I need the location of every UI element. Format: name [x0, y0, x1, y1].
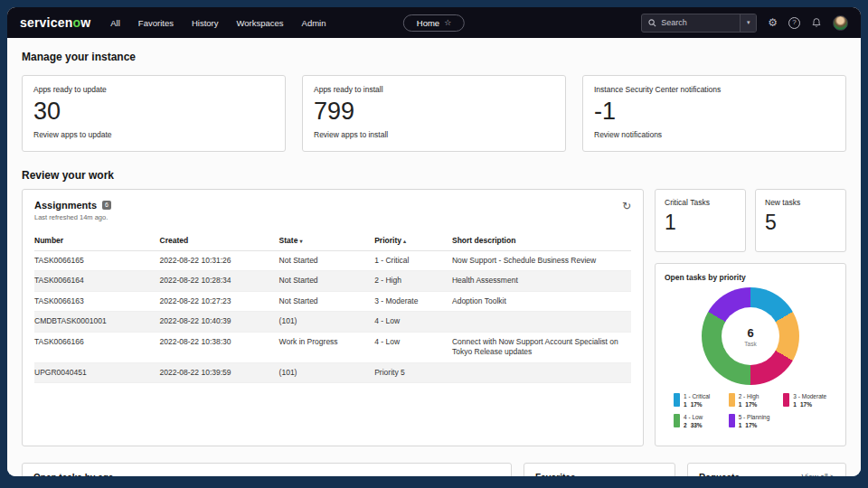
legend-item-critical[interactable]: 1 - Critical 117% — [674, 392, 725, 409]
legend-swatch — [674, 414, 680, 427]
sort-asc-icon: ▴ — [403, 239, 406, 244]
settings-gear-icon[interactable]: ⚙ — [768, 17, 778, 28]
refresh-icon[interactable]: ↻ — [622, 201, 631, 211]
legend-label: 4 - Low — [684, 413, 703, 421]
open-tasks-age-title: Open tasks by age — [33, 473, 500, 476]
legend-label: 1 - Critical — [684, 392, 710, 400]
legend-percent: 17% — [691, 401, 703, 408]
stat-card-apps-update: Apps ready to update 30 Review apps to u… — [22, 75, 286, 152]
requests-card: Requests View all > — [687, 463, 846, 476]
column-header-description[interactable]: Short description — [452, 230, 631, 251]
bottom-cards-row: Open tasks by age Favorites Requests Vie… — [22, 463, 846, 476]
stat-title: Apps ready to install — [314, 85, 554, 94]
favorites-title: Favorites — [535, 473, 664, 476]
state-cell: Not Started — [279, 291, 375, 311]
donut-center: 6 Task — [722, 307, 779, 365]
legend-item-high[interactable]: 2 - High 117% — [729, 392, 780, 409]
table-row: UPGR0040451 2022-08-22 10:39:59 (101) Pr… — [34, 362, 631, 382]
state-cell: (101) — [279, 312, 375, 332]
review-notifications-link[interactable]: Review notifications — [594, 130, 835, 139]
new-tasks-card[interactable]: New tasks 5 — [755, 189, 846, 252]
legend-item-planning[interactable]: 5 - Planning 117% — [729, 413, 780, 430]
nav-item-admin[interactable]: Admin — [302, 18, 326, 28]
servicenow-logo[interactable]: servicenow — [20, 15, 90, 30]
review-apps-install-link[interactable]: Review apps to install — [314, 130, 554, 139]
notifications-bell-icon[interactable] — [811, 17, 822, 28]
chart-title: Open tasks by priority — [665, 273, 836, 282]
nav-item-all[interactable]: All — [110, 18, 120, 28]
created-cell: 2022-08-22 10:40:39 — [160, 312, 279, 332]
stat-title: Instance Security Center notifications — [594, 85, 835, 94]
logo-text: servicen — [20, 15, 72, 30]
state-cell: Work in Progress — [279, 332, 375, 362]
description-cell: Health Assessment — [452, 271, 631, 291]
user-avatar[interactable] — [833, 15, 848, 31]
manage-instance-heading: Manage your instance — [22, 51, 846, 63]
legend-percent: 17% — [745, 422, 757, 428]
legend-label: 2 - High — [739, 392, 760, 400]
priority-cell: 3 - Moderate — [374, 291, 452, 311]
legend-item-moderate[interactable]: 3 - Moderate 117% — [783, 392, 835, 409]
critical-tasks-card[interactable]: Critical Tasks 1 — [655, 189, 746, 252]
task-number-link[interactable]: UPGR0040451 — [34, 362, 160, 382]
review-apps-update-link[interactable]: Review apps to update — [33, 130, 274, 139]
task-number-link[interactable]: TASK0066165 — [34, 251, 160, 271]
task-number-link[interactable]: CMDBTASK0001001 — [34, 312, 160, 332]
favorite-star-icon[interactable]: ☆ — [444, 18, 451, 27]
new-tasks-value: 5 — [765, 211, 836, 235]
task-number-link[interactable]: TASK0066163 — [34, 291, 160, 311]
legend-count: 1 — [739, 401, 742, 408]
stat-value: 30 — [33, 99, 274, 126]
bell-icon — [811, 17, 822, 28]
requests-title: Requests — [699, 473, 740, 476]
state-cell: Not Started — [279, 251, 375, 271]
created-cell: 2022-08-22 10:31:26 — [160, 251, 279, 271]
assignments-table: Number Created State▾ Priority▴ Short de… — [34, 230, 631, 383]
legend-percent: 17% — [800, 401, 812, 408]
stat-card-apps-install: Apps ready to install 799 Review apps to… — [302, 75, 566, 152]
description-cell — [452, 312, 631, 332]
priority-cell: 1 - Critical — [374, 251, 452, 271]
open-tasks-by-age-card: Open tasks by age — [22, 463, 512, 476]
home-tab[interactable]: Home ☆ — [403, 14, 465, 32]
favorites-card: Favorites — [524, 463, 675, 476]
column-header-number[interactable]: Number — [34, 230, 160, 251]
column-header-state[interactable]: State▾ — [279, 230, 375, 251]
help-icon[interactable]: ? — [788, 17, 800, 29]
priority-cell: Priority 5 — [374, 362, 452, 382]
dashboard-content: Manage your instance Apps ready to updat… — [7, 38, 861, 476]
stat-card-security-notifications: Instance Security Center notifications -… — [582, 75, 846, 152]
task-number-link[interactable]: TASK0066164 — [34, 271, 160, 291]
search-scope-dropdown[interactable]: ▾ — [740, 14, 756, 32]
task-number-link[interactable]: TASK0066166 — [34, 332, 160, 362]
nav-item-favorites[interactable]: Favorites — [138, 18, 174, 28]
chevron-down-icon: ▾ — [747, 19, 750, 26]
chart-area: 6 Task — [665, 287, 836, 385]
assignments-count-badge: 6 — [102, 201, 111, 210]
chart-legend: 1 - Critical 117% 2 - High 117% — [674, 392, 835, 430]
column-header-created[interactable]: Created — [160, 230, 279, 251]
nav-item-history[interactable]: History — [192, 18, 219, 28]
column-header-priority[interactable]: Priority▴ — [374, 230, 452, 251]
home-tab-label: Home — [417, 18, 439, 28]
priority-cell: 2 - High — [374, 271, 452, 291]
search-icon — [648, 19, 656, 27]
stat-value: -1 — [594, 99, 835, 126]
view-all-link[interactable]: View all > — [802, 473, 835, 476]
new-tasks-label: New tasks — [765, 198, 836, 207]
donut-chart[interactable]: 6 Task — [702, 287, 799, 385]
legend-item-low[interactable]: 4 - Low 233% — [674, 413, 725, 430]
stat-title: Apps ready to update — [33, 85, 274, 94]
state-cell: Not Started — [279, 271, 375, 291]
legend-swatch — [783, 393, 789, 407]
created-cell: 2022-08-22 10:39:59 — [160, 362, 279, 382]
legend-count: 1 — [684, 401, 687, 408]
search-input[interactable] — [661, 18, 740, 27]
legend-count: 1 — [739, 422, 742, 428]
legend-count: 1 — [793, 401, 797, 408]
global-search: ▾ — [641, 14, 757, 33]
review-grid: Assignments 6 Last refreshed 14m ago. ↻ … — [22, 189, 846, 446]
nav-item-workspaces[interactable]: Workspaces — [236, 18, 283, 28]
open-tasks-priority-card: Open tasks by priority 6 Task — [655, 263, 846, 446]
manage-stats-row: Apps ready to update 30 Review apps to u… — [22, 75, 846, 152]
